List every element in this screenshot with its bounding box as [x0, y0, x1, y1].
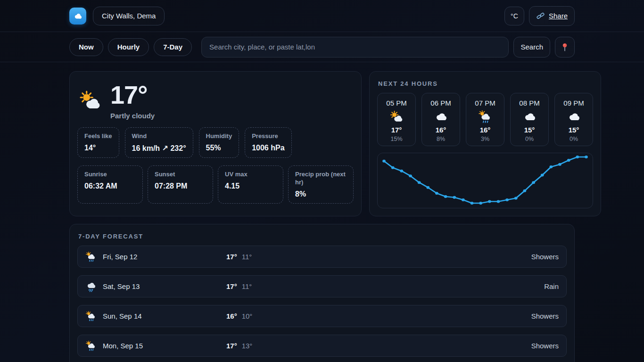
day-row[interactable]: Mon, Sep 15 17° 13° Showers — [77, 335, 567, 357]
hour-precip: 0% — [511, 136, 548, 142]
hour-chip: 09 PM 15° 0% — [554, 93, 593, 146]
cloud-icon — [522, 110, 537, 124]
rain-icon — [85, 281, 97, 292]
day-low-temp: 10° — [242, 312, 253, 320]
stat-label: Wind — [132, 132, 186, 140]
stat-value: 06:32 AM — [84, 182, 136, 190]
day-condition: Rain — [544, 282, 559, 290]
partly-cloudy-icon — [389, 110, 404, 124]
day-row[interactable]: Sat, Sep 13 17° 11° Rain — [77, 275, 567, 297]
stat-value: 55% — [206, 144, 232, 152]
search-input[interactable] — [201, 37, 509, 58]
temperature-trend-chart — [377, 153, 593, 208]
hour-chip: 06 PM 16° 8% — [421, 93, 460, 146]
nav-bar: Now Hourly 7-Day Search — [0, 32, 644, 62]
hour-precip: 3% — [466, 136, 504, 142]
location-title-pill[interactable]: City Walls, Dema — [93, 7, 165, 25]
day-condition: Showers — [531, 312, 559, 320]
hour-temp: 15° — [555, 126, 593, 134]
stat-label: Sunrise — [84, 171, 136, 179]
stat-value: 14° — [84, 144, 112, 152]
hour-temp: 17° — [378, 126, 415, 134]
day-high-temp: 17° — [226, 342, 237, 350]
stat-label: UV max — [225, 171, 276, 179]
day-low-temp: 13° — [242, 342, 253, 350]
day-rows: Fri, Sep 12 17° 11° Showers Sat, Sep 13 … — [77, 246, 567, 357]
current-stats-row-2: Sunrise 06:32 AMSunset 07:28 PMUV max 4.… — [77, 165, 354, 204]
hour-chip: 08 PM 15° 0% — [510, 93, 549, 146]
hour-temp: 16° — [422, 126, 460, 134]
stat-value: 4.15 — [225, 182, 276, 190]
app-logo — [69, 8, 86, 25]
seven-day-forecast-card: 7-DAY FORECAST Fri, Sep 12 17° 11° Showe… — [69, 224, 575, 362]
seven-day-title: 7-DAY FORECAST — [78, 233, 567, 240]
day-high-temp: 17° — [226, 253, 237, 261]
day-name: Fri, Sep 12 — [103, 253, 226, 261]
day-condition: Showers — [531, 342, 559, 350]
day-condition: Showers — [531, 253, 559, 261]
share-button[interactable]: Share — [529, 6, 575, 26]
day-high-temp: 17° — [226, 282, 237, 290]
hour-time: 09 PM — [555, 99, 593, 107]
day-name: Sat, Sep 13 — [103, 282, 226, 290]
hour-chip: 07 PM 16° 3% — [466, 93, 504, 146]
day-row[interactable]: Fri, Sep 12 17° 11° Showers — [77, 246, 567, 268]
showers-icon — [85, 251, 97, 263]
day-high-temp: 16° — [226, 312, 237, 320]
cloud-icon — [434, 110, 448, 124]
stat-chip: Feels like 14° — [77, 127, 119, 158]
stat-chip: UV max 4.15 — [218, 165, 283, 204]
cloud-icon — [567, 110, 581, 124]
showers-icon — [478, 110, 492, 124]
current-condition: Partly cloudy — [110, 112, 155, 120]
stat-value: 1006 hPa — [252, 144, 284, 152]
showers-icon — [85, 311, 97, 322]
stat-chip: Humidity 55% — [199, 127, 239, 158]
stat-label: Pressure — [252, 132, 284, 140]
current-stats-row-1: Feels like 14°Wind 16 km/h ↗ 232°Humidit… — [77, 127, 354, 158]
hour-precip: 8% — [422, 136, 460, 142]
share-label: Share — [549, 12, 568, 20]
stat-chip: Wind 16 km/h ↗ 232° — [125, 127, 193, 158]
stat-chip: Precip prob (next hr) 8% — [288, 165, 354, 204]
tab-now[interactable]: Now — [69, 38, 103, 56]
day-name: Sun, Sep 14 — [103, 312, 226, 320]
hour-time: 08 PM — [511, 99, 548, 107]
stat-label: Humidity — [206, 132, 232, 140]
current-temp: 17° — [110, 82, 155, 107]
current-conditions-card: 17° Partly cloudy Feels like 14°Wind 16 … — [69, 71, 362, 216]
top-actions: °C Share — [504, 6, 575, 26]
next-24-hours-title: NEXT 24 HOURS — [378, 80, 593, 87]
location-title: City Walls, Dema — [102, 12, 156, 20]
day-row[interactable]: Sun, Sep 14 16° 10° Showers — [77, 305, 567, 327]
tab-7day[interactable]: 7-Day — [154, 38, 192, 56]
stat-label: Sunset — [155, 171, 206, 179]
stat-value: 8% — [295, 190, 347, 198]
hour-temp: 16° — [466, 126, 504, 134]
day-name: Mon, Sep 15 — [103, 342, 226, 350]
showers-icon — [85, 340, 97, 352]
hour-precip: 0% — [555, 136, 593, 142]
link-icon — [536, 11, 545, 20]
search-button[interactable]: Search — [513, 37, 550, 58]
stat-chip: Sunset 07:28 PM — [148, 165, 213, 204]
partly-cloudy-icon — [78, 89, 102, 113]
hour-time: 05 PM — [378, 99, 415, 107]
hour-temp: 15° — [511, 126, 548, 134]
stat-value: 16 km/h ↗ 232° — [132, 144, 186, 153]
brand: City Walls, Dema — [69, 7, 165, 25]
weather-app: City Walls, Dema °C Share Now Hourly 7-D… — [0, 0, 644, 362]
tab-hourly[interactable]: Hourly — [108, 38, 149, 56]
cloud-icon — [72, 10, 83, 22]
hour-time: 07 PM — [466, 99, 504, 107]
top-bar: City Walls, Dema °C Share — [0, 0, 644, 32]
stat-label: Feels like — [84, 132, 112, 140]
stat-chip: Sunrise 06:32 AM — [77, 165, 143, 204]
locate-pin-button[interactable] — [555, 37, 575, 58]
stat-value: 07:28 PM — [155, 182, 206, 190]
day-low-temp: 11° — [242, 282, 252, 290]
stat-chip: Pressure 1006 hPa — [245, 127, 291, 158]
round-pushpin-icon — [560, 42, 570, 52]
unit-toggle-button[interactable]: °C — [504, 7, 524, 25]
hourly-strip: 05 PM 17° 15%06 PM 16° 8%07 PM 16° 3%08 … — [377, 93, 593, 146]
